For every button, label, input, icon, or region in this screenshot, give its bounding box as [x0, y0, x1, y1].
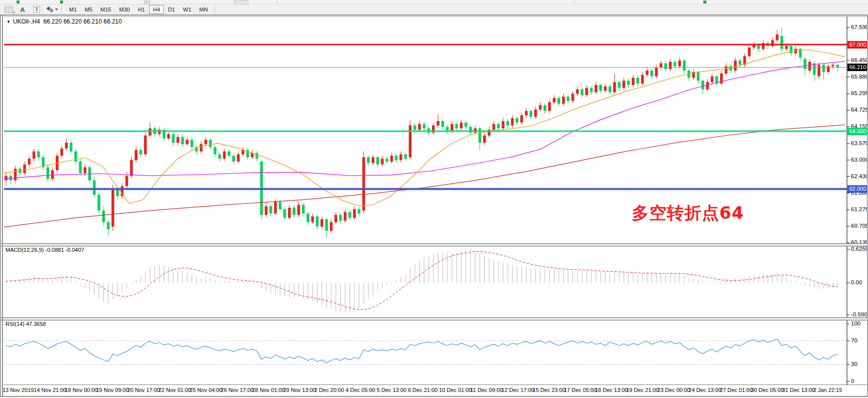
timeframe-button-d1[interactable]: D1 — [165, 5, 179, 14]
candle-body — [242, 150, 245, 155]
candle-body — [5, 176, 8, 180]
candle-body — [451, 124, 454, 131]
candle-body — [98, 195, 101, 211]
toolbar-fragment — [144, 1, 150, 5]
candle-body — [506, 121, 509, 126]
candle-body — [70, 143, 73, 151]
candle-body — [177, 137, 180, 143]
candle-body — [664, 64, 667, 70]
candle-body — [511, 118, 514, 125]
chevron-down-icon[interactable] — [55, 9, 58, 11]
time-tick-label: 17 Dec 05:00 — [564, 387, 596, 393]
time-tick-label: 13 Nov 2019 — [3, 387, 34, 393]
candle-body — [530, 111, 533, 117]
grid-tool-label: F — [13, 11, 15, 15]
candle-body — [37, 151, 40, 157]
candle-body — [493, 124, 496, 130]
pane-separator-rsi[interactable] — [0, 317, 868, 320]
text-tool-icon[interactable]: T — [31, 6, 42, 14]
toolbar-separator — [215, 6, 216, 14]
candle-body — [790, 46, 793, 53]
candle-body — [627, 81, 630, 85]
timeframe-button-m15[interactable]: M15 — [97, 5, 115, 14]
timeframe-group: M1M5M15M30H1H4D1W1MN — [65, 5, 212, 14]
window-border-left-inner — [2, 16, 3, 397]
candle-body — [585, 88, 588, 95]
candle-body — [330, 222, 333, 231]
candle-body — [339, 215, 342, 221]
time-tick-label: 27 Dec 01:00 — [720, 387, 752, 393]
candle-body — [418, 124, 421, 130]
candle-body — [344, 212, 347, 221]
candle-body — [836, 65, 839, 67]
pane-separator-macd[interactable] — [0, 243, 868, 246]
candle-body — [785, 46, 788, 49]
time-tick-label: 2 Jan 22:15 — [813, 387, 842, 393]
candle-body — [139, 150, 142, 155]
timeframe-button-m30[interactable]: M30 — [116, 5, 133, 14]
candle-body — [618, 82, 621, 88]
candle-body — [334, 215, 337, 222]
candle-body — [413, 126, 416, 130]
candle-body — [632, 78, 635, 85]
candle-body — [306, 213, 309, 222]
candle-body — [172, 134, 175, 143]
candle-body — [520, 115, 523, 122]
chart-text-annotation[interactable]: 多空转折点64 — [632, 202, 744, 225]
candle-body — [669, 62, 672, 69]
candle-body — [544, 105, 547, 111]
candle-body — [381, 159, 384, 165]
shapes-tool-icon[interactable] — [45, 6, 58, 14]
candle-body — [683, 61, 686, 71]
candle-body — [813, 64, 816, 75]
candle-body — [558, 98, 561, 104]
toolbar-fragment — [277, 1, 277, 4]
candle-body — [516, 118, 519, 123]
toolbar-fragment — [574, 1, 575, 4]
cursor-tool-icon[interactable]: A — [17, 6, 28, 14]
candle-body — [576, 89, 579, 94]
price-tick-label: 65.295 — [851, 90, 868, 96]
candle-body — [776, 35, 779, 41]
timeframe-button-m5[interactable]: M5 — [81, 5, 96, 14]
candle-body — [706, 82, 709, 89]
timeframe-button-mn[interactable]: MN — [196, 5, 211, 14]
time-tick-label: 2 Dec 20:00 — [314, 387, 344, 393]
candle-body — [655, 68, 658, 76]
collapse-triangle-icon[interactable]: ▼ — [7, 20, 11, 24]
timeframe-button-h1[interactable]: H1 — [134, 5, 148, 14]
candle-body — [167, 134, 170, 139]
timeframe-button-m1[interactable]: M1 — [66, 5, 80, 14]
candle-body — [376, 157, 379, 164]
cursor-tool-label: A — [20, 6, 25, 14]
candle-body — [641, 75, 644, 84]
time-tick-label: 10 Dec 01:00 — [439, 387, 472, 393]
candle-body — [738, 61, 741, 65]
candle-body — [502, 121, 505, 128]
window-border-bottom — [0, 396, 868, 397]
timeframe-button-h4[interactable]: H4 — [149, 5, 163, 14]
time-tick-label: 6 Dec 21:00 — [408, 387, 438, 393]
timeframe-button-w1[interactable]: W1 — [180, 5, 195, 14]
time-tick-label: 26 Nov 17:00 — [221, 387, 253, 393]
rsi-tick-label: 30 — [851, 361, 868, 367]
price-tick-label: 67.590 — [851, 24, 868, 30]
time-tick-label: 19 Nov 09:00 — [96, 387, 129, 393]
plot-background[interactable] — [4, 17, 847, 385]
candle-body — [367, 157, 370, 163]
candle-body — [674, 62, 677, 67]
candle-body — [581, 89, 584, 95]
grid-tool-icon[interactable]: F — [3, 6, 14, 14]
window-border-left — [0, 16, 1, 397]
chart-window[interactable]: ▼UKOil-,H4 66.220 66.220 66.210 66.210 M… — [0, 15, 868, 398]
time-tick-label: 12 Dec 17:00 — [502, 387, 534, 393]
candle-body — [460, 123, 463, 129]
candle-body — [190, 140, 193, 147]
toolbar-row-cutoff — [0, 0, 868, 5]
candle-body — [590, 88, 593, 93]
candle-body — [748, 48, 751, 56]
candle-body — [311, 216, 314, 222]
time-tick-label: 31 Dec 13:00 — [782, 387, 815, 393]
mt4-window: F A T M1M5M15M30H1H4D1W1MN ▼UKOil-,H4 66… — [0, 0, 868, 398]
candle-body — [255, 153, 258, 159]
